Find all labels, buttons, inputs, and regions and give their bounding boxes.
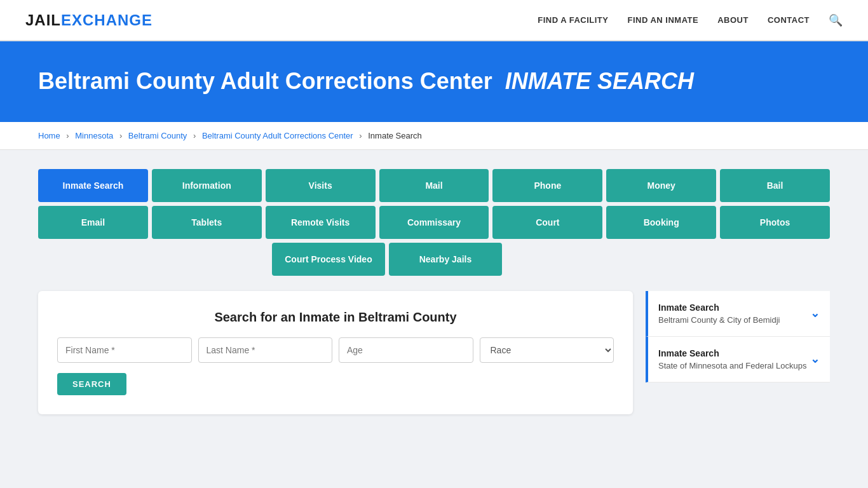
- btn-booking[interactable]: Booking: [606, 206, 716, 239]
- main-content: Inmate Search Information Visits Mail Ph…: [0, 150, 868, 433]
- nav-about[interactable]: ABOUT: [717, 15, 749, 25]
- first-name-input[interactable]: [57, 337, 192, 363]
- btn-court[interactable]: Court: [492, 206, 602, 239]
- content-area: Search for an Inmate in Beltrami County …: [38, 291, 830, 414]
- age-input[interactable]: [339, 337, 473, 363]
- btn-information[interactable]: Information: [152, 169, 262, 202]
- breadcrumb-home[interactable]: Home: [38, 131, 60, 140]
- sidebar-item-2-subtitle: State of Minnesota and Federal Lockups: [658, 361, 806, 370]
- sidebar-item-1-title: Inmate Search: [658, 302, 780, 313]
- breadcrumb-sep-4: ›: [359, 131, 362, 140]
- breadcrumb-beltrami-county[interactable]: Beltrami County: [128, 131, 187, 140]
- sidebar-item-2-content: Inmate Search State of Minnesota and Fed…: [658, 348, 806, 370]
- btn-bail[interactable]: Bail: [720, 169, 830, 202]
- navbar: JAILEXCHANGE FIND A FACILITY FIND AN INM…: [0, 0, 868, 41]
- btn-commissary[interactable]: Commissary: [379, 206, 489, 239]
- nav-find-inmate[interactable]: FIND AN INMATE: [627, 15, 698, 25]
- btn-money[interactable]: Money: [606, 169, 716, 202]
- chevron-down-icon-1: ⌄: [810, 306, 820, 320]
- btn-phone[interactable]: Phone: [492, 169, 602, 202]
- breadcrumb-sep-1: ›: [66, 131, 69, 140]
- sidebar-item-1-subtitle: Beltrami County & City of Bemidji: [658, 315, 780, 325]
- btn-mail[interactable]: Mail: [379, 169, 489, 202]
- search-button[interactable]: SEARCH: [57, 373, 126, 395]
- search-icon[interactable]: 🔍: [829, 13, 843, 27]
- btn-nearby-jails[interactable]: Nearby Jails: [389, 243, 502, 276]
- breadcrumb-minnesota[interactable]: Minnesota: [75, 131, 113, 140]
- hero-title: Beltrami County Adult Corrections Center…: [38, 67, 830, 97]
- sidebar-item-2-title: Inmate Search: [658, 348, 806, 358]
- breadcrumb: Home › Minnesota › Beltrami County › Bel…: [0, 122, 868, 150]
- search-panel-title: Search for an Inmate in Beltrami County: [57, 310, 614, 325]
- hero-banner: Beltrami County Adult Corrections Center…: [0, 41, 868, 122]
- btn-visits[interactable]: Visits: [266, 169, 376, 202]
- logo-exchange: EXCHANGE: [61, 11, 153, 29]
- hero-title-italic: INMATE SEARCH: [505, 68, 694, 94]
- last-name-input[interactable]: [198, 337, 333, 363]
- nav-links: FIND A FACILITY FIND AN INMATE ABOUT CON…: [538, 13, 843, 27]
- sidebar-item-2[interactable]: Inmate Search State of Minnesota and Fed…: [646, 337, 830, 383]
- breadcrumb-current: Inmate Search: [368, 131, 422, 140]
- sidebar: Inmate Search Beltrami County & City of …: [646, 291, 830, 414]
- breadcrumb-sep-3: ›: [193, 131, 196, 140]
- logo-jail: JAIL: [25, 11, 61, 29]
- btn-court-process-video[interactable]: Court Process Video: [272, 243, 385, 276]
- breadcrumb-facility[interactable]: Beltrami County Adult Corrections Center: [202, 131, 353, 140]
- btn-inmate-search[interactable]: Inmate Search: [38, 169, 148, 202]
- chevron-down-icon-2: ⌄: [810, 352, 820, 366]
- button-row-2: Email Tablets Remote Visits Commissary C…: [38, 206, 830, 239]
- btn-remote-visits[interactable]: Remote Visits: [266, 206, 376, 239]
- btn-email[interactable]: Email: [38, 206, 148, 239]
- search-fields: Race White Black Hispanic Asian Native A…: [57, 337, 614, 363]
- button-row-3: Court Process Video Nearby Jails: [272, 243, 502, 276]
- search-panel: Search for an Inmate in Beltrami County …: [38, 291, 633, 414]
- hero-title-main: Beltrami County Adult Corrections Center: [38, 68, 492, 94]
- button-row-1: Inmate Search Information Visits Mail Ph…: [38, 169, 830, 202]
- logo: JAILEXCHANGE: [25, 11, 153, 29]
- sidebar-item-1-content: Inmate Search Beltrami County & City of …: [658, 302, 780, 325]
- btn-tablets[interactable]: Tablets: [152, 206, 262, 239]
- sidebar-item-1[interactable]: Inmate Search Beltrami County & City of …: [646, 291, 830, 337]
- nav-contact[interactable]: CONTACT: [768, 15, 810, 25]
- breadcrumb-sep-2: ›: [119, 131, 122, 140]
- btn-photos[interactable]: Photos: [720, 206, 830, 239]
- nav-find-facility[interactable]: FIND A FACILITY: [538, 15, 608, 25]
- race-select[interactable]: Race White Black Hispanic Asian Native A…: [480, 337, 614, 363]
